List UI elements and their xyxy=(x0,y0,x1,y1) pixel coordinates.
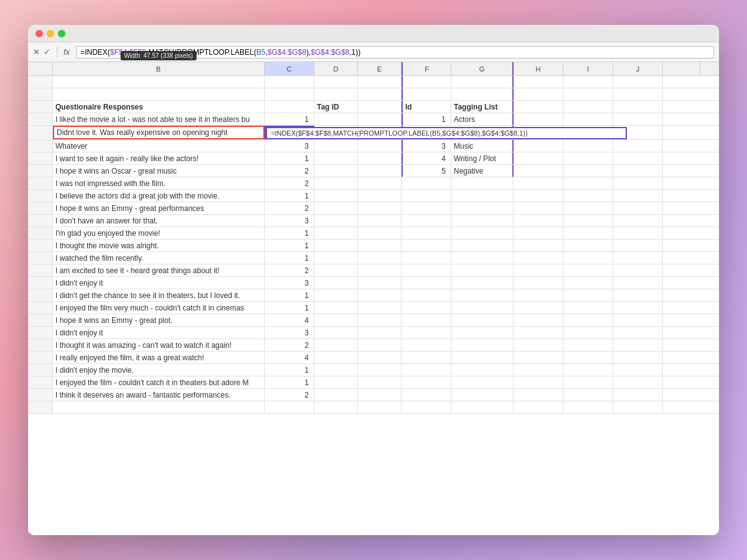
cell[interactable] xyxy=(314,264,358,276)
cell[interactable] xyxy=(563,339,613,351)
cell[interactable] xyxy=(563,352,613,363)
cell-response[interactable]: I don't have an answer for that. xyxy=(53,215,265,226)
cell[interactable] xyxy=(563,165,613,177)
cell[interactable] xyxy=(514,152,563,164)
cell-response[interactable]: I want to see it again - really like the… xyxy=(53,152,265,164)
cell[interactable] xyxy=(358,264,402,276)
cell-tagid[interactable]: 2 xyxy=(265,389,314,401)
col-header-h[interactable]: H xyxy=(514,62,563,75)
cell[interactable] xyxy=(563,240,613,251)
cell[interactable] xyxy=(613,252,663,264)
col-header-f[interactable]: F xyxy=(402,62,451,75)
cell[interactable] xyxy=(358,88,402,100)
cell[interactable] xyxy=(314,327,358,338)
cell[interactable] xyxy=(402,314,451,326)
cell[interactable] xyxy=(613,88,663,100)
cell[interactable] xyxy=(358,339,402,351)
cell-tag[interactable]: Music xyxy=(451,140,514,152)
cell[interactable] xyxy=(563,177,613,189)
cell[interactable] xyxy=(514,202,563,214)
cell[interactable] xyxy=(402,240,451,251)
cell[interactable] xyxy=(514,140,563,152)
cell[interactable] xyxy=(265,401,314,413)
cell[interactable] xyxy=(314,376,358,388)
cell-tagginglist-header[interactable]: Tagging List xyxy=(451,101,514,113)
cell[interactable] xyxy=(451,401,514,413)
cell-tagid[interactable]: 2 xyxy=(265,165,314,177)
cell[interactable] xyxy=(314,401,358,413)
cell-response[interactable]: I didn't enjoy the movie. xyxy=(53,364,265,376)
cell-response[interactable]: I didn't enjoy it xyxy=(53,277,265,289)
cell-response[interactable]: I hope it wins an Oscar - great music xyxy=(53,165,265,177)
cell[interactable] xyxy=(402,376,451,388)
cell[interactable] xyxy=(613,215,663,226)
cell[interactable] xyxy=(613,389,663,401)
cell-response[interactable]: I hope it wins an Emmy - great performan… xyxy=(53,202,265,214)
col-header-e[interactable]: E xyxy=(358,62,402,75)
cell-response[interactable]: I liked the movie a lot - was not able t… xyxy=(53,113,265,125)
cell[interactable] xyxy=(314,240,358,251)
col-header-k[interactable] xyxy=(663,62,700,75)
cell[interactable] xyxy=(358,289,402,301)
cell[interactable] xyxy=(451,364,514,376)
cell-response[interactable]: Whatever xyxy=(53,140,265,152)
cell[interactable] xyxy=(314,177,358,189)
cell-response[interactable]: I hope it wins an Emmy - great plot. xyxy=(53,314,265,326)
cell-tagid[interactable]: 2 xyxy=(265,264,314,276)
cell[interactable] xyxy=(613,190,663,202)
cell-response[interactable]: I think it deserves an award - fantastic… xyxy=(53,389,265,401)
cell[interactable] xyxy=(358,177,402,189)
cell[interactable] xyxy=(314,277,358,289)
cell-response[interactable]: I thought the movie was alright. xyxy=(53,240,265,251)
cell[interactable] xyxy=(613,339,663,351)
cell[interactable] xyxy=(358,202,402,214)
cell[interactable] xyxy=(451,289,514,301)
cell[interactable] xyxy=(514,177,563,189)
cell[interactable] xyxy=(314,202,358,214)
cell[interactable] xyxy=(451,76,514,88)
cell-response-selected[interactable]: Didnt love it. Was really expensive on o… xyxy=(53,126,265,139)
cell[interactable] xyxy=(563,289,613,301)
cell[interactable] xyxy=(563,88,613,100)
cell[interactable] xyxy=(451,314,514,326)
cell[interactable] xyxy=(402,327,451,338)
cell-tagid[interactable]: 1 xyxy=(265,227,314,239)
cell[interactable] xyxy=(358,277,402,289)
cell[interactable] xyxy=(358,227,402,239)
cell[interactable] xyxy=(613,76,663,88)
cell[interactable] xyxy=(402,190,451,202)
cell-tagid[interactable]: 2 xyxy=(265,339,314,351)
cell[interactable] xyxy=(451,302,514,314)
cell[interactable] xyxy=(53,76,265,88)
cell[interactable] xyxy=(563,264,613,276)
cell[interactable] xyxy=(514,76,563,88)
cell-tagid[interactable]: 1 xyxy=(265,152,314,164)
cell[interactable] xyxy=(613,364,663,376)
cell[interactable] xyxy=(563,215,613,226)
cell[interactable] xyxy=(451,352,514,363)
cell[interactable] xyxy=(613,289,663,301)
cell[interactable] xyxy=(514,401,563,413)
cell-questionaire-header[interactable]: Questionaire Responses xyxy=(53,101,265,113)
minimize-button[interactable] xyxy=(47,30,54,37)
cell[interactable] xyxy=(358,240,402,251)
cell[interactable] xyxy=(563,113,613,125)
cell[interactable] xyxy=(265,101,314,113)
cell[interactable] xyxy=(613,101,663,113)
cell[interactable] xyxy=(314,215,358,226)
cell-tagid[interactable]: 2 xyxy=(265,177,314,189)
cell-response[interactable]: I didn't enjoy it xyxy=(53,327,265,338)
cell-id[interactable]: 5 xyxy=(402,165,451,177)
cell[interactable] xyxy=(358,101,402,113)
cell[interactable] xyxy=(563,190,613,202)
cell-tagid[interactable]: 1 xyxy=(265,252,314,264)
cell[interactable] xyxy=(358,215,402,226)
cell[interactable] xyxy=(613,327,663,338)
cell[interactable] xyxy=(402,401,451,413)
cell[interactable] xyxy=(402,352,451,363)
cell[interactable] xyxy=(402,302,451,314)
cell[interactable] xyxy=(402,389,451,401)
cell[interactable] xyxy=(314,88,358,100)
cell[interactable] xyxy=(314,152,358,164)
formula-confirm-icon[interactable]: ✓ xyxy=(44,47,50,57)
